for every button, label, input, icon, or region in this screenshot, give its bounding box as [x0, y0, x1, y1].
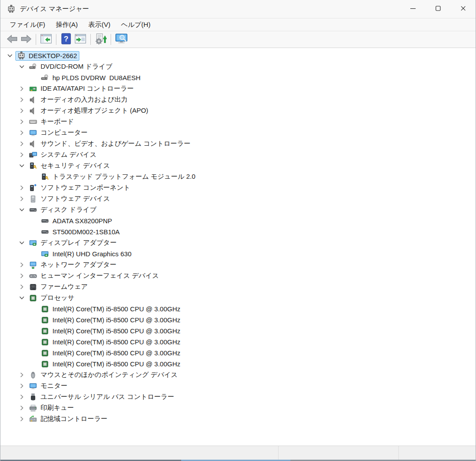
system-icon [29, 151, 37, 159]
network-icon [29, 261, 37, 269]
chevron-down-icon[interactable] [16, 292, 27, 303]
tree-item[interactable]: Intel(R) Core(TM) i5-8500 CPU @ 3.00GHz [0, 358, 476, 369]
tree-item[interactable]: オーディオの入力および出力 [0, 94, 476, 105]
tree-item[interactable]: Intel(R) Core(TM) i5-8500 CPU @ 3.00GHz [0, 347, 476, 358]
tree-item[interactable]: 記憶域コントローラー [0, 413, 476, 424]
chevron-down-icon[interactable] [16, 160, 27, 171]
chevron-right-icon[interactable] [16, 94, 27, 105]
tree-item[interactable]: Intel(R) Core(TM) i5-8500 CPU @ 3.00GHz [0, 325, 476, 336]
tree-item[interactable]: IDE ATA/ATAPI コントローラー [0, 83, 476, 94]
chevron-right-icon[interactable] [16, 105, 27, 116]
chevron-right-icon[interactable] [16, 138, 27, 149]
menu-view[interactable]: 表示(V) [83, 19, 116, 31]
chevron-right-icon[interactable] [16, 380, 27, 391]
toolbar-separator [36, 34, 36, 45]
tree-item[interactable]: オーディオ処理オブジェクト (APO) [0, 105, 476, 116]
chevron-right-icon[interactable] [16, 127, 27, 138]
tree-item[interactable]: DVD/CD-ROM ドライブ [0, 61, 476, 72]
tree-item[interactable]: コンピューター [0, 127, 476, 138]
tree-item[interactable]: Intel(R) Core(TM) i5-8500 CPU @ 3.00GHz [0, 336, 476, 347]
tree-item[interactable]: セキュリティ デバイス [0, 160, 476, 171]
usb-icon [29, 393, 37, 401]
tree-item-content: Intel(R) Core(TM) i5-8500 CPU @ 3.00GHz [39, 326, 182, 336]
tree-item[interactable]: モニター [0, 380, 476, 391]
chevron-right-icon[interactable] [16, 391, 27, 402]
tree-item[interactable]: ディスク ドライブ [0, 204, 476, 215]
tree-item-content: オーディオの入力および出力 [27, 95, 130, 105]
tree-item-content: Intel(R) Core(TM) i5-8500 CPU @ 3.00GHz [39, 337, 182, 347]
help-icon: ? [61, 33, 71, 46]
minimize-button[interactable] [400, 0, 425, 18]
tree-item-label: ユニバーサル シリアル バス コントローラー [41, 393, 174, 401]
chevron-right-icon[interactable] [16, 149, 27, 160]
tree-item[interactable]: DESKTOP-2662 [0, 50, 476, 61]
chevron-right-icon[interactable] [16, 116, 27, 127]
tree-item[interactable]: キーボード [0, 116, 476, 127]
tree-item[interactable]: プロセッサ [0, 292, 476, 303]
tree-item[interactable]: システム デバイス [0, 149, 476, 160]
tree-item-content: ファームウェア [27, 282, 90, 292]
tree-item[interactable]: ヒューマン インターフェイス デバイス [0, 270, 476, 281]
minimize-icon [410, 5, 416, 13]
maximize-button[interactable] [425, 0, 450, 18]
tree-item[interactable]: ソフトウェア コンポーネント [0, 182, 476, 193]
tree-item-content: ヒューマン インターフェイス デバイス [27, 271, 161, 281]
close-button[interactable] [450, 0, 476, 18]
tree-item[interactable]: ソフトウェア デバイス [0, 193, 476, 204]
monitor-icon [29, 129, 37, 137]
status-bar [0, 446, 476, 460]
menu-file[interactable]: ファイル(F) [4, 19, 51, 31]
chevron-down-icon[interactable] [16, 204, 27, 215]
device-tree: DESKTOP-2662DVD/CD-ROM ドライブhp PLDS DVDRW… [0, 48, 476, 446]
back-button[interactable] [5, 33, 19, 46]
tree-item-label: セキュリティ デバイス [41, 162, 110, 170]
tree-item-content: ユニバーサル シリアル バス コントローラー [27, 392, 176, 402]
scan-hardware-changes-button[interactable] [93, 33, 108, 46]
chevron-right-icon[interactable] [16, 369, 27, 380]
tree-item[interactable]: hp PLDS DVDRW DU8AESH [0, 72, 476, 83]
tree-item[interactable]: Intel(R) Core(TM) i5-8500 CPU @ 3.00GHz [0, 314, 476, 325]
chevron-right-icon[interactable] [16, 259, 27, 270]
tree-item-label: システム デバイス [41, 151, 97, 159]
tree-item[interactable]: サウンド、ビデオ、およびゲーム コントローラー [0, 138, 476, 149]
show-console-tree-button[interactable] [39, 33, 53, 46]
chevron-down-icon[interactable] [16, 237, 27, 248]
menu-help[interactable]: ヘルプ(H) [116, 19, 156, 31]
console-tree-icon [40, 33, 52, 45]
menu-bar: ファイル(F) 操作(A) 表示(V) ヘルプ(H) [0, 18, 476, 31]
tree-item[interactable]: ネットワーク アダプター [0, 259, 476, 270]
tree-item[interactable]: Intel(R) Core(TM) i5-8500 CPU @ 3.00GHz [0, 303, 476, 314]
tree-item[interactable]: 印刷キュー [0, 402, 476, 413]
tree-item[interactable]: ADATA SX8200PNP [0, 215, 476, 226]
tree-item[interactable]: ファームウェア [0, 281, 476, 292]
chevron-spacer [28, 336, 39, 347]
forward-button[interactable] [19, 33, 33, 46]
tree-item-content: IDE ATA/ATAPI コントローラー [27, 84, 136, 94]
properties-button[interactable] [73, 33, 88, 46]
chevron-right-icon[interactable] [16, 413, 27, 424]
tree-item-label: サウンド、ビデオ、およびゲーム コントローラー [41, 140, 190, 148]
chevron-right-icon[interactable] [16, 193, 27, 204]
device-manager-app-icon [7, 5, 15, 14]
chevron-down-icon[interactable] [4, 50, 15, 61]
chevron-right-icon[interactable] [16, 83, 27, 94]
search-computers-button[interactable] [114, 33, 130, 46]
chevron-right-icon[interactable] [16, 402, 27, 413]
menu-action[interactable]: 操作(A) [51, 19, 83, 31]
tree-item[interactable]: ディスプレイ アダプター [0, 237, 476, 248]
tree-item[interactable]: マウスとそのほかのポインティング デバイス [0, 369, 476, 380]
chevron-down-icon[interactable] [16, 61, 27, 72]
help-button[interactable]: ? [59, 33, 73, 46]
chevron-right-icon[interactable] [16, 281, 27, 292]
tree-item[interactable]: ST500DM002-1SB10A [0, 226, 476, 237]
tree-item[interactable]: Intel(R) UHD Graphics 630 [0, 248, 476, 259]
chevron-right-icon[interactable] [16, 182, 27, 193]
status-section-2 [278, 446, 398, 460]
tree-item-content: ADATA SX8200PNP [39, 216, 114, 226]
tree-item[interactable]: ユニバーサル シリアル バス コントローラー [0, 391, 476, 402]
chevron-right-icon[interactable] [16, 270, 27, 281]
toolbar-separator [90, 34, 91, 45]
tree-item-label: トラステッド プラットフォーム モジュール 2.0 [52, 173, 195, 181]
tree-item-label: Intel(R) Core(TM) i5-8500 CPU @ 3.00GHz [52, 305, 180, 313]
tree-item[interactable]: トラステッド プラットフォーム モジュール 2.0 [0, 171, 476, 182]
